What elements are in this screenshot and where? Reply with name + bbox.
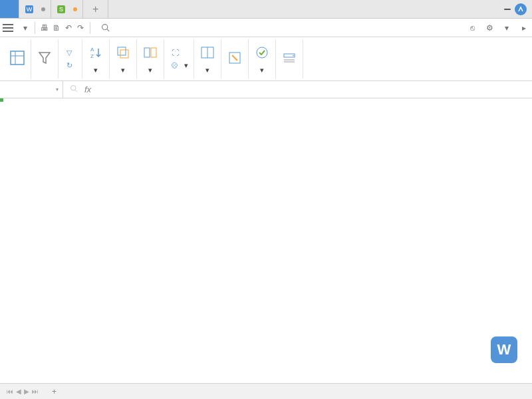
watermark: W [491,336,521,363]
svg-line-23 [75,90,77,92]
sheet-nav-last-icon[interactable]: ⏭ [32,388,39,395]
svg-point-4 [102,25,108,30]
highlight-dup-button[interactable]: ▾ [114,43,132,74]
hamburger-icon[interactable] [3,24,13,32]
sheet-tab-bar: ⏮ ◀ ▶ ⏭ + [0,383,532,399]
doc-tab-2[interactable]: S [51,0,83,18]
pivot-table-button[interactable] [8,49,27,69]
split-icon [198,43,217,62]
svg-point-22 [71,86,76,91]
pivot-icon [8,49,27,67]
svg-rect-12 [120,50,128,58]
text-to-cols-button[interactable]: ▾ [198,43,217,74]
svg-text:Z: Z [90,53,94,59]
reject-dup-icon: ⛒ [170,60,180,70]
doc-icon: W [25,5,34,14]
dropdown-insert-icon [280,49,299,67]
data-compare-button[interactable]: ▾ [141,43,160,74]
validity-icon [253,43,271,62]
showall-button[interactable]: ▽ [63,47,78,59]
doc-tab-bar: W S + [0,0,532,19]
add-tab-button[interactable]: + [83,0,108,18]
svg-rect-6 [11,51,24,65]
more-icon[interactable]: ▸ [519,23,529,33]
ribbon: ▽ ↻ AZ ▾ ▾ ▾ ⛶ ⛒ ▾ [0,37,532,81]
reapply-icon: ↻ [64,60,74,70]
highlight-icon [114,43,132,62]
add-sheet-button[interactable]: + [45,385,63,398]
cancel-icon[interactable] [70,84,78,94]
spreadsheet-grid[interactable]: W [0,98,532,383]
svg-text:A: A [90,47,94,53]
tab-modified-dot [73,7,77,11]
sheet-nav-next-icon[interactable]: ▶ [24,388,29,395]
doc-tab-1[interactable]: W [19,0,51,18]
sheet-nav-prev-icon[interactable]: ◀ [16,388,21,395]
svg-text:S: S [59,6,63,13]
sort-button[interactable]: AZ ▾ [86,43,105,74]
wps-logo-icon: W [491,336,517,363]
svg-text:W: W [27,6,33,13]
search-button[interactable] [101,23,112,32]
validity-button[interactable]: ▾ [253,43,271,74]
separator [90,22,90,34]
sheet-nav-first-icon[interactable]: ⏮ [7,388,13,395]
settings-icon[interactable]: ⚙ [484,23,495,33]
smartfill-icon [225,49,244,67]
preview-icon[interactable]: 🗎 [51,23,62,33]
smart-fill-button[interactable] [225,49,244,69]
dropdown-icon[interactable]: ▾ [20,23,31,33]
share-icon[interactable]: ⎋ [467,23,477,33]
save-icon[interactable]: 🖶 [39,23,50,33]
reapply-button[interactable]: ↻ [63,59,78,71]
svg-rect-13 [144,48,150,57]
reject-dup-button[interactable]: ⛒ ▾ [168,59,190,71]
del-dup-button[interactable]: ⛶ [168,47,184,59]
svg-point-18 [257,47,267,58]
insert-dropdown-button[interactable] [280,49,299,69]
del-dup-icon: ⛶ [170,47,180,58]
sheet-icon: S [57,5,66,14]
formula-bar: fx [0,81,532,98]
formula-input[interactable] [98,81,532,98]
name-box[interactable] [0,81,63,98]
compare-icon [141,43,160,62]
autofilter-button[interactable] [35,49,54,69]
fx-icon[interactable]: fx [84,84,91,94]
tab-modified-dot [41,7,45,11]
showall-icon: ▽ [64,47,74,58]
filter-icon [35,49,54,67]
separator [35,22,35,34]
svg-rect-14 [151,48,156,57]
redo-icon[interactable]: ↷ [75,23,86,33]
sort-icon: AZ [86,43,105,62]
selection-box [0,98,3,101]
wps-cloud-icon[interactable] [515,3,527,15]
minimize-icon[interactable]: ▾ [501,23,512,33]
svg-line-5 [107,29,109,31]
svg-rect-11 [118,47,126,55]
notif-badge[interactable] [504,9,511,10]
search-icon [101,23,110,32]
home-tab[interactable] [0,0,19,18]
undo-icon[interactable]: ↶ [63,23,74,33]
menu-bar: ▾ 🖶 🗎 ↶ ↷ ⎋ ⚙ ▾ ▸ [0,19,532,37]
